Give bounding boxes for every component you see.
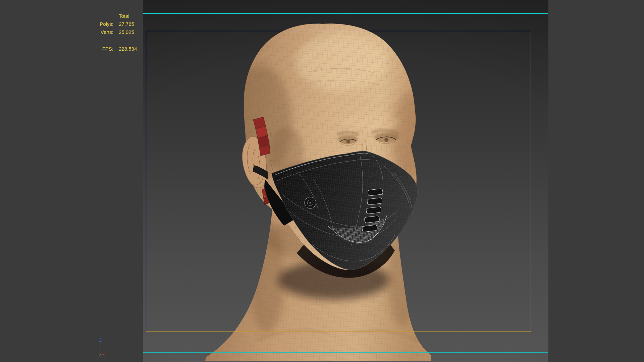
stats-fps-label: FPS: [97,45,113,53]
mask-round-vent [305,197,316,208]
stats-verts-label: Verts: [97,28,113,36]
y-axis-line-icon [99,354,101,357]
world-axis-gizmo: Z [98,337,114,359]
stats-total-label: Total [119,12,129,20]
viewport-page: { "viewport": { "statistics": { "total_l… [0,0,644,362]
stats-fps-value: 228.534 [119,45,137,53]
stats-polys-value: 27,765 [119,20,134,28]
action-safe-frame-bottom [143,352,548,353]
stats-total-row: Total [97,12,137,20]
stats-verts-row: Verts:25,025 [97,28,137,36]
stats-polys-row: Polys:27,765 [97,20,137,28]
stats-verts-value: 25,025 [119,28,134,36]
x-axis-line-icon [101,354,105,355]
model-3d-head[interactable] [196,22,436,362]
viewport-statistics: Total Polys:27,765 Verts:25,025 FPS:228.… [97,12,137,53]
stats-polys-label: Polys: [97,20,113,28]
z-axis-icon: Z [99,338,102,343]
action-safe-frame-top [143,13,548,14]
stats-fps-row: FPS:228.534 [97,45,137,53]
